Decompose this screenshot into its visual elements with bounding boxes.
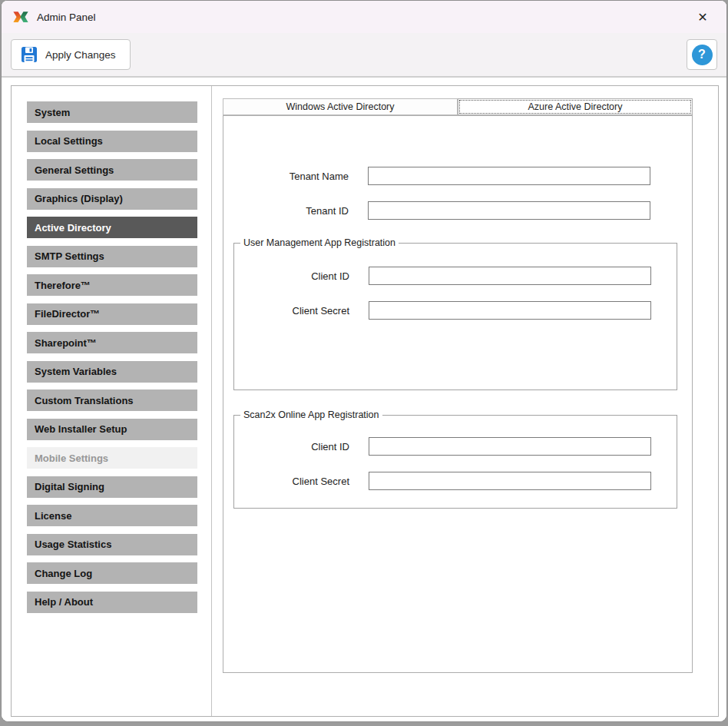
client-id-row: Client ID <box>234 267 677 285</box>
tenant-name-input[interactable] <box>368 167 650 185</box>
settings-panel: SystemLocal SettingsGeneral SettingsGrap… <box>11 85 719 717</box>
save-floppy-icon <box>21 46 38 63</box>
sidebar-item-help-about[interactable]: Help / About <box>27 592 197 613</box>
apply-changes-label: Apply Changes <box>45 49 116 61</box>
window-title: Admin Panel <box>37 12 96 23</box>
tab-bar: Windows Active Directory Azure Active Di… <box>223 98 693 115</box>
sidebar-item-therefore[interactable]: Therefore™ <box>27 274 197 296</box>
content-area: Windows Active Directory Azure Active Di… <box>212 86 718 716</box>
help-button[interactable]: ? <box>687 39 717 70</box>
app-logo-icon <box>12 9 29 25</box>
client-id-row: Client ID <box>234 437 677 456</box>
sidebar-item-local-settings[interactable]: Local Settings <box>27 131 197 152</box>
user-management-app-registration-group: User Management App Registration Client … <box>233 243 677 390</box>
tab-windows-active-directory[interactable]: Windows Active Directory <box>223 98 458 115</box>
sidebar-nav: SystemLocal SettingsGeneral SettingsGrap… <box>12 86 212 716</box>
scan2x-client-secret-input[interactable] <box>369 472 651 490</box>
client-id-label: Client ID <box>234 270 349 282</box>
client-secret-row: Client Secret <box>234 472 677 490</box>
um-client-secret-input[interactable] <box>369 301 651 320</box>
sidebar-item-graphics-display[interactable]: Graphics (Display) <box>27 188 197 210</box>
client-secret-row: Client Secret <box>234 301 677 320</box>
group-title: User Management App Registration <box>240 237 399 248</box>
sidebar-item-change-log[interactable]: Change Log <box>27 562 197 584</box>
sidebar-item-smtp-settings[interactable]: SMTP Settings <box>27 246 197 267</box>
tenant-id-input[interactable] <box>368 201 650 220</box>
sidebar-item-system[interactable]: System <box>27 101 197 123</box>
client-secret-label: Client Secret <box>234 305 349 317</box>
sidebar-item-usage-statistics[interactable]: Usage Statistics <box>27 534 197 555</box>
um-client-id-input[interactable] <box>369 267 651 285</box>
main-area: SystemLocal SettingsGeneral SettingsGrap… <box>2 78 726 721</box>
sidebar-item-active-directory[interactable]: Active Directory <box>27 217 197 238</box>
group-title: Scan2x Online App Registration <box>240 409 382 420</box>
help-icon: ? <box>692 45 713 65</box>
tenant-id-row: Tenant ID <box>223 201 692 220</box>
sidebar-item-filedirector[interactable]: FileDirector™ <box>27 303 197 325</box>
sidebar-item-mobile-settings: Mobile Settings <box>27 447 197 469</box>
tenant-name-row: Tenant Name <box>223 167 692 185</box>
sidebar-item-digital-signing[interactable]: Digital Signing <box>27 476 197 498</box>
scan2x-online-app-registration-group: Scan2x Online App Registration Client ID… <box>233 415 677 509</box>
sidebar-item-license[interactable]: License <box>27 505 197 526</box>
toolbar: Apply Changes ? <box>2 33 726 78</box>
tenant-id-label: Tenant ID <box>223 205 349 217</box>
tab-azure-active-directory[interactable]: Azure Active Directory <box>458 98 693 115</box>
titlebar: Admin Panel ✕ <box>2 1 726 33</box>
admin-panel-window: Admin Panel ✕ Apply Changes ? SystemLoca… <box>1 0 727 722</box>
sidebar-item-system-variables[interactable]: System Variables <box>27 361 197 383</box>
client-secret-label: Client Secret <box>234 476 349 487</box>
sidebar-item-web-installer-setup[interactable]: Web Installer Setup <box>27 419 197 440</box>
apply-changes-button[interactable]: Apply Changes <box>11 39 131 70</box>
tenant-name-label: Tenant Name <box>223 171 349 182</box>
client-id-label: Client ID <box>234 441 349 453</box>
azure-active-directory-panel: Tenant Name Tenant ID User Management Ap… <box>223 115 693 673</box>
close-button[interactable]: ✕ <box>690 5 716 28</box>
sidebar-item-sharepoint[interactable]: Sharepoint™ <box>27 332 197 353</box>
sidebar-item-custom-translations[interactable]: Custom Translations <box>27 390 197 411</box>
sidebar-item-general-settings[interactable]: General Settings <box>27 159 197 181</box>
scan2x-client-id-input[interactable] <box>369 437 651 456</box>
